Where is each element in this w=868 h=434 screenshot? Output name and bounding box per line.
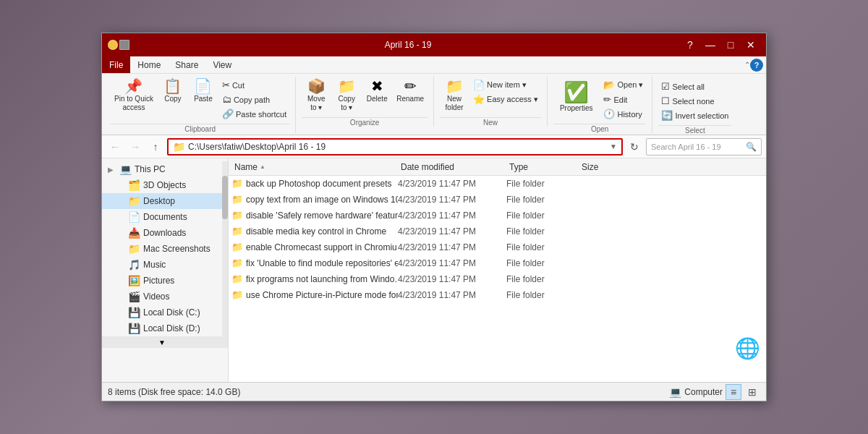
file-row[interactable]: 📁 enable Chromecast support in Chromiu..…: [229, 239, 766, 255]
paste-button[interactable]: 📄 Paste: [189, 77, 218, 106]
sidebar-scrollbar[interactable]: [222, 161, 228, 348]
address-bar: ← → ↑ 📁 C:\Users\fatiw\Desktop\April 16 …: [102, 135, 766, 158]
delete-icon: ✖: [371, 79, 383, 93]
select-none-icon: ☐: [661, 95, 670, 106]
edit-button[interactable]: ✏ Edit: [600, 93, 646, 106]
forward-button[interactable]: →: [127, 138, 144, 156]
menu-item-share[interactable]: Share: [168, 56, 205, 73]
sidebar-item-pictures[interactable]: 🖼️ Pictures: [102, 273, 222, 289]
history-button[interactable]: 🕐 History: [600, 107, 646, 121]
cut-button[interactable]: ✂ Cut: [219, 78, 289, 92]
rename-icon: ✏: [404, 79, 417, 93]
file-row[interactable]: 📁 disable media key control in Chrome 4/…: [229, 224, 766, 239]
sidebar-item-label: 3D Objects: [143, 180, 186, 190]
window-close-button[interactable]: ✕: [741, 35, 760, 54]
properties-button[interactable]: ✅ Properties: [553, 77, 600, 116]
clipboard-label: Clipboard: [111, 124, 289, 133]
easy-access-button[interactable]: ⭐ Easy access ▾: [470, 93, 541, 106]
file-area: Name ▲ Date modified Type Size 📁: [229, 158, 766, 382]
new-folder-icon: 📁: [446, 79, 464, 93]
file-list: 📁 back up Photoshop document presets 4/2…: [229, 176, 766, 382]
folder-icon: 📁: [231, 242, 243, 252]
sidebar-item-music[interactable]: 🎵 Music: [102, 257, 222, 273]
sidebar-scroll-down[interactable]: ▼: [102, 336, 222, 348]
minimize-button[interactable]: [108, 40, 118, 50]
column-header-name[interactable]: Name ▲: [231, 162, 398, 172]
new-label: New: [440, 117, 541, 127]
music-icon: 🎵: [128, 259, 140, 271]
copy-button[interactable]: 📋 Copy: [158, 77, 187, 106]
menu-item-file[interactable]: File: [102, 56, 130, 73]
file-row[interactable]: 📁 disable 'Safely remove hardware' featu…: [229, 208, 766, 224]
delete-button[interactable]: ✖ Delete: [362, 77, 391, 106]
folder-icon: 📁: [231, 194, 243, 205]
copy-to-button[interactable]: 📁 Copyto ▾: [332, 77, 361, 114]
select-all-button[interactable]: ☑ Select all: [658, 80, 731, 93]
cut-icon: ✂: [222, 80, 230, 90]
column-header-type[interactable]: Type: [506, 162, 579, 172]
column-header-date[interactable]: Date modified: [398, 162, 506, 172]
help-button[interactable]: ?: [681, 35, 699, 54]
sidebar-item-videos[interactable]: 🎬 Videos: [102, 289, 222, 305]
pin-to-quick-access-button[interactable]: 📌 Pin to Quickaccess: [111, 77, 157, 114]
menu-item-view[interactable]: View: [205, 56, 239, 73]
refresh-button[interactable]: ↻: [626, 138, 643, 156]
window-maximize-button[interactable]: □: [721, 35, 740, 54]
sidebar-scrollbar-thumb[interactable]: [222, 176, 228, 219]
rename-button[interactable]: ✏ Rename: [393, 77, 427, 106]
sidebar-item-documents[interactable]: 📄 Documents: [102, 209, 222, 225]
copy-path-button[interactable]: 🗂 Copy path: [219, 93, 289, 106]
address-input-box[interactable]: 📁 C:\Users\fatiw\Desktop\April 16 - 19 ▼: [167, 138, 623, 156]
sidebar-item-label: Music: [143, 260, 166, 270]
window-controls: ? — □ ✕: [681, 35, 760, 54]
paste-shortcut-button[interactable]: 🔗 Paste shortcut: [219, 107, 289, 121]
sidebar-item-desktop[interactable]: 📁 Desktop: [102, 193, 222, 209]
up-button[interactable]: ↑: [147, 138, 164, 156]
sidebar-item-mac-screenshots[interactable]: 📁 Mac Screenshots: [102, 241, 222, 257]
window-minimize-button[interactable]: —: [701, 35, 720, 54]
ribbon-group-new: 📁 Newfolder 📄 New item ▾ ⭐ Easy access ▾: [434, 77, 548, 127]
downloads-icon: 📥: [128, 227, 140, 239]
back-button[interactable]: ←: [106, 138, 124, 156]
ribbon-group-clipboard: 📌 Pin to Quickaccess 📋 Copy 📄 Paste ✂: [105, 77, 296, 133]
menu-item-home[interactable]: Home: [130, 56, 168, 73]
sidebar-item-this-pc[interactable]: ▶ 💻 This PC: [102, 161, 222, 177]
title-bar: April 16 - 19 ? — □ ✕: [102, 33, 766, 56]
search-icon[interactable]: 🔍: [746, 142, 757, 152]
file-row[interactable]: 📁 copy text from an image on Windows 10 …: [229, 192, 766, 208]
details-view-button[interactable]: ≡: [726, 384, 741, 400]
new-item-button[interactable]: 📄 New item ▾: [470, 78, 541, 92]
local-disk-d-icon: 💾: [128, 323, 140, 334]
new-folder-button[interactable]: 📁 Newfolder: [440, 77, 469, 114]
search-box[interactable]: Search April 16 - 19 🔍: [646, 138, 762, 156]
open-button[interactable]: 📂 Open ▾: [600, 78, 646, 92]
maximize-button[interactable]: [119, 40, 129, 50]
paste-shortcut-icon: 🔗: [222, 109, 234, 119]
select-none-button[interactable]: ☐ Select none: [658, 94, 731, 108]
file-row[interactable]: 📁 back up Photoshop document presets 4/2…: [229, 176, 766, 192]
folder-icon: 📁: [231, 226, 243, 237]
invert-selection-button[interactable]: 🔄 Invert selection: [658, 109, 731, 122]
sidebar-item-local-disk-c[interactable]: 💾 Local Disk (C:): [102, 305, 222, 320]
invert-selection-icon: 🔄: [661, 110, 673, 121]
sidebar-item-3d-objects[interactable]: 🗂️ 3D Objects: [102, 177, 222, 193]
copy-icon: 📋: [163, 79, 182, 93]
folder-icon: 📁: [231, 210, 243, 221]
open-label: Open: [553, 124, 647, 133]
address-dropdown-icon[interactable]: ▼: [610, 142, 617, 150]
ribbon-collapse-button[interactable]: ⌃: [744, 61, 750, 69]
history-icon: 🕐: [603, 109, 615, 119]
3d-objects-icon: 🗂️: [128, 179, 140, 191]
file-row[interactable]: 📁 fix 'Unable to find module repositorie…: [229, 255, 766, 271]
sidebar-item-local-disk-d[interactable]: 💾 Local Disk (D:): [102, 320, 222, 336]
column-header-size[interactable]: Size: [579, 162, 637, 172]
move-to-button[interactable]: 📦 Moveto ▾: [302, 77, 331, 114]
list-view-button[interactable]: ⊞: [744, 384, 760, 400]
ribbon-group-organize: 📦 Moveto ▾ 📁 Copyto ▾ ✖ Delete ✏ Rename: [296, 77, 434, 127]
sidebar-item-downloads[interactable]: 📥 Downloads: [102, 225, 222, 241]
menu-bar: File Home Share View ⌃ ?: [102, 56, 766, 74]
file-row[interactable]: 📁 fix programs not launching from Windo.…: [229, 271, 766, 287]
file-row[interactable]: 📁 use Chrome Picture-in-Picture mode for…: [229, 287, 766, 303]
select-label: Select: [658, 125, 731, 135]
help-info-button[interactable]: ?: [750, 59, 763, 72]
